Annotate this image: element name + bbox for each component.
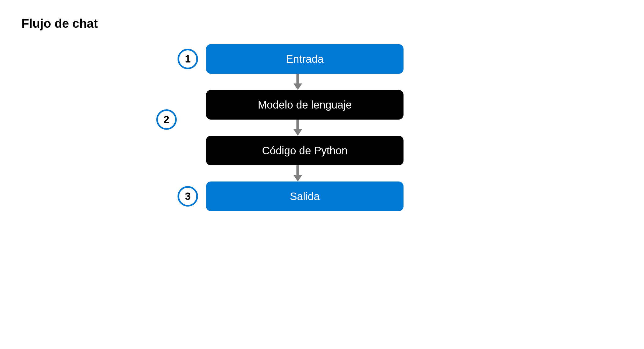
arrow-3 (185, 165, 411, 182)
flow-node-modelo: Modelo de lenguaje (206, 90, 404, 120)
number-placeholder (178, 95, 198, 115)
flowchart-container: 1 Entrada Modelo de lenguaje 2 Código de… (178, 44, 404, 211)
flow-node-salida: Salida (206, 182, 404, 211)
arrow-2-container: 2 (185, 120, 411, 136)
arrow-head-icon (293, 83, 302, 90)
step-number-3: 3 (178, 186, 198, 207)
flow-row-1: 1 Entrada (178, 44, 404, 74)
arrow-head-icon (293, 175, 302, 182)
flow-row-4: 3 Salida (178, 182, 404, 211)
flow-node-entrada: Entrada (206, 44, 404, 74)
flow-row-2: Modelo de lenguaje (178, 90, 404, 120)
step-number-2: 2 (156, 109, 177, 130)
arrow-1 (185, 74, 411, 90)
flow-node-codigo: Código de Python (206, 136, 404, 165)
step-number-1: 1 (178, 49, 198, 69)
arrow-head-icon (293, 129, 302, 136)
number-placeholder (178, 140, 198, 161)
flow-row-3: Código de Python (178, 136, 404, 165)
diagram-title: Flujo de chat (22, 16, 622, 31)
